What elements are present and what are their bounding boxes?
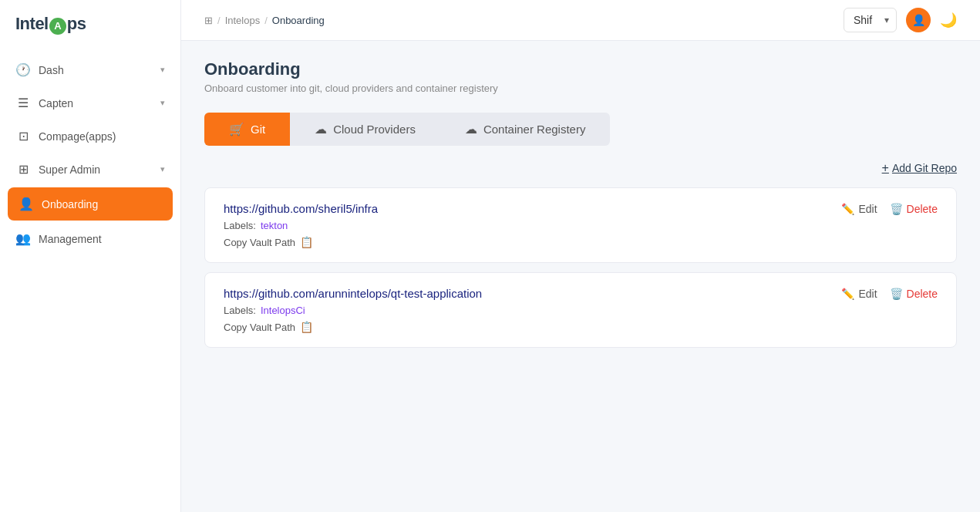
repo-card-top-1: https://github.com/arunnintelops/qt-test… <box>224 287 938 300</box>
repo-actions-0: ✏️ Edit 🗑️ Delete <box>841 203 938 215</box>
nav-chevron-dash: ▾ <box>160 65 165 75</box>
vault-path-1: Copy Vault Path 📋 <box>224 321 938 333</box>
nav-icon-capten: ☰ <box>15 96 31 110</box>
tab-cloud[interactable]: ☁ Cloud Providers <box>290 113 440 146</box>
edit-icon-0: ✏️ <box>841 203 854 215</box>
tab-icon-container: ☁ <box>465 122 477 136</box>
nav-item-left-onboarding: 👤 Onboarding <box>19 197 98 211</box>
avatar-icon: 👤 <box>912 14 925 26</box>
breadcrumb-sep2: / <box>264 15 268 26</box>
breadcrumb-current: Onboarding <box>272 15 325 26</box>
nav-label-dash: Dash <box>39 64 64 76</box>
breadcrumb-parent[interactable]: Intelops <box>225 15 261 26</box>
nav-label-compage: Compage(apps) <box>39 130 116 143</box>
repo-url-0: https://github.com/sheril5/infra <box>224 202 378 215</box>
sidebar-item-management[interactable]: 👥 Management <box>0 222 180 255</box>
repo-labels-0: Labels: tekton <box>224 220 938 231</box>
nav-chevron-capten: ▾ <box>160 98 165 108</box>
tab-label-cloud: Cloud Providers <box>333 123 416 136</box>
tab-container[interactable]: ☁ Container Registery <box>440 113 611 146</box>
edit-button-0[interactable]: ✏️ Edit <box>841 203 877 215</box>
page-header: Onboarding Onboard customer into git, cl… <box>204 59 957 94</box>
edit-label-1: Edit <box>858 288 877 300</box>
nav-chevron-superadmin: ▾ <box>160 164 165 174</box>
sidebar-item-superadmin[interactable]: ⊞ Super Admin ▾ <box>0 153 180 186</box>
user-avatar[interactable]: 👤 <box>906 8 931 32</box>
topbar: ⊞ / Intelops / Onboarding Shif 👤 🌙 <box>181 0 980 41</box>
sidebar-item-dash[interactable]: 🕐 Dash ▾ <box>0 53 180 86</box>
dark-mode-toggle[interactable]: 🌙 <box>940 12 957 29</box>
copy-icon-1[interactable]: 📋 <box>300 321 313 333</box>
copy-icon-0[interactable]: 📋 <box>300 236 313 248</box>
nav-item-left-management: 👥 Management <box>15 231 102 246</box>
page-content: Onboarding Onboard customer into git, cl… <box>181 41 980 512</box>
tab-label-git: Git <box>251 123 265 136</box>
topbar-right: Shif 👤 🌙 <box>844 8 957 32</box>
delete-label-1: Delete <box>907 288 938 300</box>
logo-icon: A <box>49 18 66 35</box>
nav-icon-management: 👥 <box>15 231 31 246</box>
sidebar-item-compage[interactable]: ⊡ Compage(apps) <box>0 120 180 153</box>
nav-icon-compage: ⊡ <box>15 129 31 143</box>
page-title: Onboarding <box>204 59 957 79</box>
repo-card: https://github.com/arunnintelops/qt-test… <box>204 272 957 348</box>
tenant-select[interactable]: Shif <box>844 8 897 32</box>
nav-label-capten: Capten <box>39 97 73 109</box>
logo: IntelAps <box>0 0 180 53</box>
tab-label-container: Container Registery <box>483 123 586 136</box>
edit-label-0: Edit <box>858 203 877 215</box>
plus-icon: + <box>882 161 889 175</box>
edit-icon-1: ✏️ <box>841 288 854 300</box>
tab-icon-git: 🛒 <box>229 122 244 136</box>
delete-icon-1: 🗑️ <box>890 288 903 300</box>
sidebar-nav: 🕐 Dash ▾ ☰ Capten ▾ ⊡ Compage(apps) ⊞ Su… <box>0 53 180 512</box>
breadcrumb-home-icon: ⊞ <box>204 15 213 26</box>
nav-label-superadmin: Super Admin <box>39 163 100 176</box>
labels-prefix-1: Labels: <box>224 305 256 316</box>
repos-container: https://github.com/sheril5/infra ✏️ Edit… <box>204 187 957 348</box>
repo-labels-1: Labels: IntelopsCi <box>224 305 938 316</box>
repo-card-top-0: https://github.com/sheril5/infra ✏️ Edit… <box>224 202 938 215</box>
sidebar-item-capten[interactable]: ☰ Capten ▾ <box>0 86 180 120</box>
delete-button-0[interactable]: 🗑️ Delete <box>890 203 938 215</box>
page-subtitle: Onboard customer into git, cloud provide… <box>204 83 957 94</box>
repo-url-1: https://github.com/arunnintelops/qt-test… <box>224 287 482 300</box>
tab-icon-cloud: ☁ <box>315 122 327 136</box>
delete-icon-0: 🗑️ <box>890 203 903 215</box>
delete-button-1[interactable]: 🗑️ Delete <box>890 288 938 300</box>
label-tag-0: tekton <box>261 220 288 231</box>
tabs: 🛒 Git ☁ Cloud Providers ☁ Container Regi… <box>204 113 957 146</box>
vault-path-label-1: Copy Vault Path <box>224 322 295 333</box>
tenant-select-wrapper: Shif <box>844 8 897 32</box>
repo-card: https://github.com/sheril5/infra ✏️ Edit… <box>204 187 957 263</box>
nav-item-left-dash: 🕐 Dash <box>15 62 64 77</box>
nav-item-left-capten: ☰ Capten <box>15 96 73 110</box>
nav-icon-onboarding: 👤 <box>19 197 34 211</box>
labels-prefix-0: Labels: <box>224 220 256 231</box>
breadcrumb: ⊞ / Intelops / Onboarding <box>204 15 325 26</box>
edit-button-1[interactable]: ✏️ Edit <box>841 288 877 300</box>
nav-icon-dash: 🕐 <box>15 62 31 77</box>
main-content: ⊞ / Intelops / Onboarding Shif 👤 🌙 Onboa… <box>181 0 980 512</box>
repo-actions-1: ✏️ Edit 🗑️ Delete <box>841 288 938 300</box>
add-git-repo-label: Add Git Repo <box>892 162 957 174</box>
label-tag-1: IntelopsCi <box>261 305 305 316</box>
sidebar: IntelAps 🕐 Dash ▾ ☰ Capten ▾ ⊡ Compage(a… <box>0 0 181 512</box>
nav-label-onboarding: Onboarding <box>42 198 98 211</box>
nav-label-management: Management <box>39 233 102 245</box>
nav-icon-superadmin: ⊞ <box>15 162 31 177</box>
vault-path-0: Copy Vault Path 📋 <box>224 236 938 248</box>
nav-item-left-compage: ⊡ Compage(apps) <box>15 129 116 143</box>
delete-label-0: Delete <box>907 203 938 215</box>
breadcrumb-sep1: / <box>217 15 221 26</box>
add-git-repo-button[interactable]: + Add Git Repo <box>882 161 957 175</box>
sidebar-item-onboarding[interactable]: 👤 Onboarding <box>8 187 173 221</box>
vault-path-label-0: Copy Vault Path <box>224 237 295 248</box>
nav-item-left-superadmin: ⊞ Super Admin <box>15 162 100 177</box>
tab-git[interactable]: 🛒 Git <box>204 113 290 146</box>
add-repo-bar: + Add Git Repo <box>204 161 957 175</box>
